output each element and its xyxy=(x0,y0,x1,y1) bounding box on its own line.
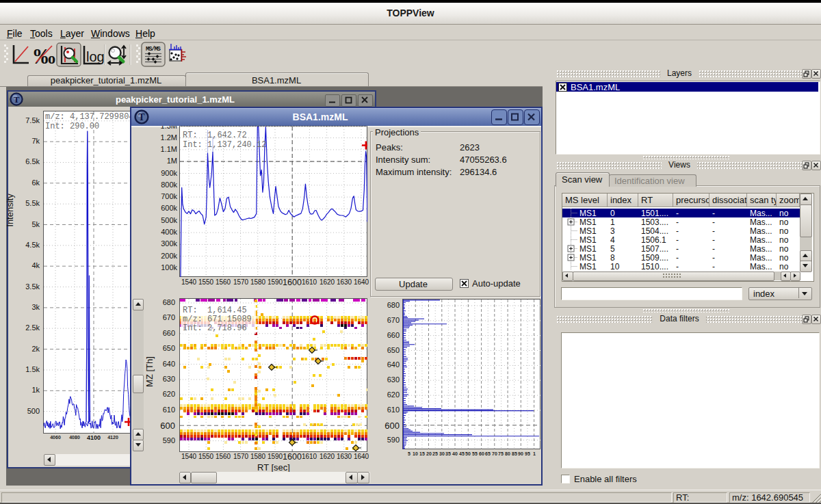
svg-text:‰: ‰ xyxy=(34,44,55,68)
svg-text:RT: 1,642.72: RT: 1,642.72 xyxy=(183,131,247,140)
svg-text:Int: 2,718.96: Int: 2,718.96 xyxy=(183,323,247,333)
svg-text:log: log xyxy=(86,49,105,64)
svg-text:Int: 1,137,240.12: Int: 1,137,240.12 xyxy=(183,140,266,150)
svg-text:MS/MS: MS/MS xyxy=(146,46,161,53)
svg-text:RT: 1,614.45: RT: 1,614.45 xyxy=(183,306,247,315)
svg-text:m/z: 671.15089: m/z: 671.15089 xyxy=(183,315,252,324)
